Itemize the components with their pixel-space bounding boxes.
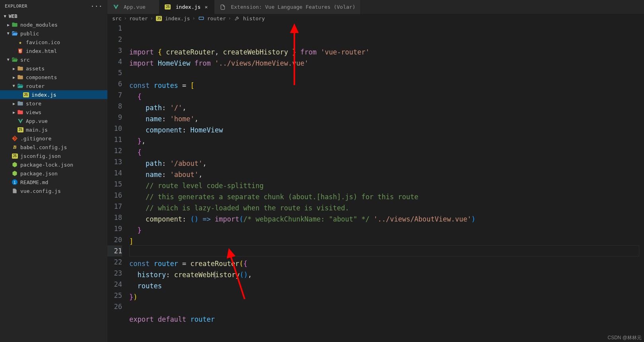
chevron-icon: ▶ <box>11 66 17 71</box>
tree-item-label: vue.config.js <box>20 188 61 194</box>
folder-icon <box>17 65 24 72</box>
folder-icon <box>11 56 18 63</box>
folder-icon <box>17 82 24 89</box>
file-tree[interactable]: ▶node_modules▶public★favicon.icoindex.ht… <box>0 20 107 342</box>
extension-icon <box>219 4 226 11</box>
tree-item-label: main.js <box>26 127 48 133</box>
chevron-down-icon: ▶ <box>3 14 8 19</box>
vue-icon <box>17 117 24 124</box>
tree-item-readme-md[interactable]: iREADME.md <box>0 178 107 187</box>
node-icon <box>11 170 18 177</box>
breadcrumb-item[interactable]: JSindex.js <box>156 15 190 22</box>
line-number: 18 <box>107 212 122 223</box>
tab-label: Extension: Vue Language Features (Volar) <box>231 4 355 10</box>
chevron-right-icon: › <box>192 16 196 21</box>
code-content[interactable]: import { createRouter, createWebHistory … <box>129 23 644 342</box>
tree-item-label: store <box>26 101 41 107</box>
code-line: name: 'about', <box>129 169 644 180</box>
code-line <box>129 303 644 314</box>
breadcrumb-item[interactable]: router <box>129 16 148 21</box>
editor-tab[interactable]: Extension: Vue Language Features (Volar) <box>214 0 360 14</box>
breadcrumb-item[interactable]: router <box>198 15 226 22</box>
line-number: 6 <box>107 78 122 89</box>
tree-item-label: jsconfig.json <box>20 153 61 159</box>
folder-icon <box>11 30 18 37</box>
explorer-section-web[interactable]: ▶ WEB <box>0 12 107 20</box>
line-number: 9 <box>107 112 122 123</box>
tree-item-store[interactable]: ▶store <box>0 99 107 108</box>
tree-item-label: favicon.ico <box>26 39 60 45</box>
tree-item-label: index.js <box>31 92 56 98</box>
code-line: } <box>129 225 644 236</box>
tree-item-vue-config-js[interactable]: vue.config.js <box>0 187 107 195</box>
tree-item-src[interactable]: ▶src <box>0 55 107 64</box>
line-number: 13 <box>107 156 122 167</box>
code-editor[interactable]: 1234567891011121314151617181920212223242… <box>107 23 644 342</box>
tree-item-package-lock-json[interactable]: package-lock.json <box>0 160 107 169</box>
minimap[interactable] <box>639 23 644 342</box>
tree-item-index-js[interactable]: JSindex.js <box>0 90 107 99</box>
tree-item-label: README.md <box>20 179 48 185</box>
line-number: 1 <box>107 23 122 34</box>
tree-item-public[interactable]: ▶public <box>0 29 107 38</box>
property-icon <box>233 15 241 22</box>
more-icon[interactable]: ··· <box>91 2 103 10</box>
tree-item-label: src <box>20 57 29 63</box>
chevron-icon: ▶ <box>11 101 17 106</box>
chevron-icon: ▶ <box>6 23 11 27</box>
tree-item-babel-config-js[interactable]: Bbabel.config.js <box>0 143 107 152</box>
tree-item-jsconfig-json[interactable]: JSjsconfig.json <box>0 152 107 160</box>
tree-item-label: node_modules <box>20 22 58 28</box>
tree-item-node-modules[interactable]: ▶node_modules <box>0 20 107 29</box>
code-line: ] <box>129 236 644 247</box>
line-number: 25 <box>107 290 122 301</box>
tree-item-label: public <box>20 31 39 37</box>
line-number: 11 <box>107 134 122 145</box>
code-line: routes <box>129 280 644 291</box>
code-line: }, <box>129 136 644 147</box>
vue-icon <box>112 4 119 11</box>
tree-item-views[interactable]: ▶views <box>0 108 107 117</box>
line-number: 26 <box>107 301 122 312</box>
chevron-icon: ▶ <box>6 31 11 36</box>
tree-item-favicon-ico[interactable]: ★favicon.ico <box>0 38 107 47</box>
breadcrumbs[interactable]: src›router›JSindex.js›router›history <box>107 14 644 23</box>
tree-item-label: views <box>26 109 41 115</box>
tree-item-app-vue[interactable]: App.vue <box>0 117 107 125</box>
code-line: history: createWebHistory(), <box>129 269 644 280</box>
js-icon: JS <box>11 152 18 159</box>
tree-item-package-json[interactable]: package.json <box>0 169 107 178</box>
line-number: 20 <box>107 234 122 245</box>
line-number: 17 <box>107 201 122 212</box>
explorer-header: EXPLORER ··· <box>0 0 107 12</box>
tree-item-assets[interactable]: ▶assets <box>0 64 107 73</box>
tree-item-components[interactable]: ▶components <box>0 73 107 82</box>
code-line: // this generates a separate chunk (abou… <box>129 191 644 202</box>
code-line: path: '/about', <box>129 158 644 169</box>
explorer-sidebar: EXPLORER ··· ▶ WEB ▶node_modules▶public★… <box>0 0 107 342</box>
editor-tab[interactable]: JSindex.js× <box>160 0 215 14</box>
breadcrumb-label: index.js <box>165 16 190 21</box>
tree-item--gitignore[interactable]: .gitignore <box>0 134 107 143</box>
tree-item-label: package.json <box>20 171 58 177</box>
line-number-gutter: 1234567891011121314151617181920212223242… <box>107 23 129 342</box>
tree-item-router[interactable]: ▶router <box>0 82 107 90</box>
tree-item-main-js[interactable]: JSmain.js <box>0 125 107 134</box>
code-line: }) <box>129 291 644 303</box>
breadcrumb-item[interactable]: history <box>233 15 265 22</box>
tab-label: index.js <box>176 4 201 10</box>
code-line <box>129 247 644 258</box>
editor-tabs: App.vue×JSindex.js×Extension: Vue Langua… <box>107 0 644 14</box>
editor-tab[interactable]: App.vue× <box>107 0 160 14</box>
tree-item-index-html[interactable]: index.html <box>0 47 107 55</box>
js-icon: JS <box>164 4 171 11</box>
breadcrumb-item[interactable]: src <box>112 16 121 21</box>
close-icon[interactable]: × <box>203 4 209 10</box>
js-icon: JS <box>156 15 163 22</box>
code-line: path: '/', <box>129 102 644 113</box>
variable-icon <box>198 15 205 22</box>
folder-icon <box>17 109 24 116</box>
breadcrumb-label: history <box>243 16 265 21</box>
chevron-icon: ▶ <box>6 57 11 62</box>
explorer-title: EXPLORER <box>5 4 27 9</box>
